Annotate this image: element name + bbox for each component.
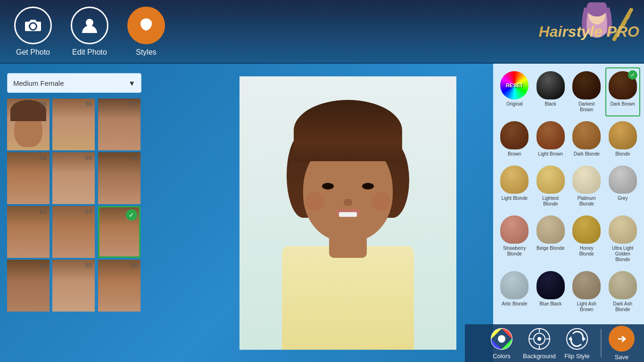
color-dark-ash-blonde-label: Dark Ash Blonde: [608, 301, 638, 313]
style-item-62[interactable]: 62: [52, 206, 95, 258]
svg-point-9: [498, 335, 505, 343]
header-nav: Get Photo Edit Photo Styles: [14, 7, 165, 57]
style-item-63[interactable]: ✓: [98, 206, 140, 258]
color-light-brown[interactable]: Light Brown: [533, 117, 569, 161]
svg-point-12: [537, 337, 541, 341]
header: Get Photo Edit Photo Styles Hairstyle PR…: [0, 0, 644, 64]
main-content: Medium Female ▼ 55 56: [0, 64, 644, 362]
color-blue-black-label: Blue Black: [539, 301, 561, 307]
color-original[interactable]: RESET Original: [497, 67, 532, 116]
nav-get-photo[interactable]: Get Photo: [14, 7, 52, 57]
color-beige-blonde[interactable]: Beige Blonde: [533, 212, 569, 266]
colors-button[interactable]: Colors: [485, 327, 518, 360]
brand-area: Hairstyle PRO: [493, 0, 644, 64]
color-light-blonde-label: Light Blonde: [501, 196, 528, 201]
color-brown[interactable]: Brown: [497, 117, 532, 161]
artic-blonde-swatch: [500, 271, 528, 299]
flip-style-label: Flip Style: [564, 353, 589, 360]
color-beige-blonde-label: Beige Blonde: [537, 246, 565, 251]
color-platinum-blonde-label: Platinum Blonde: [572, 196, 602, 207]
selected-check-icon: ✓: [126, 209, 137, 221]
style-grid: 55 56 57: [7, 99, 141, 312]
style-item-59[interactable]: 59: [52, 152, 95, 204]
styles-icon: [127, 7, 165, 44]
color-artic-blonde-label: Artic Blonde: [502, 301, 527, 307]
color-strawberry-blonde[interactable]: Strawberry Blonde: [497, 212, 532, 266]
photo-frame: [239, 76, 456, 350]
nav-styles[interactable]: Styles: [127, 7, 165, 57]
style-category-dropdown[interactable]: Medium Female ▼: [7, 73, 141, 93]
color-blonde[interactable]: Blonde: [605, 117, 641, 161]
svg-point-0: [86, 19, 93, 26]
color-blonde-label: Blonde: [615, 151, 630, 157]
save-button[interactable]: Save: [609, 326, 635, 361]
color-dark-ash-blonde[interactable]: Dark Ash Blonde: [605, 267, 641, 316]
color-ultra-light-golden-blonde-label: Ultra Light Golden Blonde: [608, 246, 638, 263]
color-ultra-light-golden-blonde[interactable]: Ultra Light Golden Blonde: [605, 212, 641, 266]
brand-text: Hairstyle PRO: [539, 23, 639, 41]
style-item-55[interactable]: 55: [7, 99, 50, 150]
save-label: Save: [615, 354, 629, 361]
svg-marker-19: [569, 336, 571, 342]
color-grey[interactable]: Grey: [605, 162, 641, 211]
color-artic-blonde[interactable]: Artic Blonde: [497, 267, 532, 316]
color-platinum-blonde[interactable]: Platinum Blonde: [569, 162, 604, 211]
style-item-60[interactable]: 60: [98, 152, 140, 204]
grey-swatch: [609, 165, 637, 194]
black-swatch: [537, 71, 565, 99]
save-arrow-icon: [609, 326, 635, 352]
color-light-ash-brown-label: Light Ash Brown: [572, 301, 602, 313]
strawberry-blonde-swatch: [500, 215, 528, 244]
background-icon: [528, 327, 551, 351]
style-item-64[interactable]: 64: [7, 260, 50, 312]
color-darkest-brown-label: Darkest Brown: [572, 101, 602, 113]
color-honey-blonde[interactable]: Honey Blonde: [569, 212, 604, 266]
color-black[interactable]: Black: [533, 67, 569, 116]
darkest-brown-swatch: [572, 71, 601, 99]
color-darkest-brown[interactable]: Darkest Brown: [569, 67, 604, 116]
styles-panel: Medium Female ▼ 55 56: [0, 64, 203, 362]
color-light-blonde[interactable]: Light Blonde: [497, 162, 532, 211]
color-grey-label: Grey: [618, 196, 628, 201]
background-label: Background: [523, 353, 555, 360]
color-dark-blonde[interactable]: Dark Blonde: [569, 117, 604, 161]
footer-toolbar: Colors Background Flip: [465, 324, 644, 362]
lightest-blonde-swatch: [537, 165, 565, 194]
camera-icon: [14, 7, 52, 44]
colors-label: Colors: [493, 353, 511, 360]
flip-style-button[interactable]: Flip Style: [561, 327, 594, 360]
colors-panel: RESET Original Black Darkest Brown Dark …: [493, 64, 644, 362]
dark-blonde-swatch: [572, 121, 601, 149]
light-brown-swatch: [537, 121, 565, 149]
style-item-57[interactable]: 57: [98, 99, 140, 150]
color-lightest-blonde[interactable]: Lightest Blonde: [533, 162, 569, 211]
edit-photo-label: Edit Photo: [72, 48, 107, 57]
platinum-blonde-swatch: [572, 165, 601, 194]
style-category-label: Medium Female: [13, 79, 64, 87]
color-grid: RESET Original Black Darkest Brown Dark …: [497, 67, 640, 316]
color-light-brown-label: Light Brown: [538, 151, 563, 157]
background-button[interactable]: Background: [523, 327, 556, 360]
style-item-56[interactable]: 56: [52, 99, 95, 150]
styles-label: Styles: [136, 48, 157, 57]
light-blonde-swatch: [500, 165, 528, 194]
color-strawberry-blonde-label: Strawberry Blonde: [500, 246, 529, 257]
color-dark-brown[interactable]: Dark Brown ✓: [605, 67, 641, 116]
honey-blonde-swatch: [572, 215, 601, 244]
nav-edit-photo[interactable]: Edit Photo: [71, 7, 108, 57]
color-light-ash-brown[interactable]: Light Ash Brown: [569, 267, 604, 316]
footer-divider: [601, 329, 602, 357]
dark-ash-blonde-swatch: [609, 271, 637, 299]
color-blue-black[interactable]: Blue Black: [533, 267, 569, 316]
style-item-61[interactable]: 61: [7, 206, 50, 258]
style-item-66[interactable]: 66: [98, 260, 140, 312]
style-item-65[interactable]: 65: [52, 260, 95, 312]
person-icon: [71, 7, 108, 44]
blonde-swatch: [609, 121, 637, 149]
color-brown-label: Brown: [508, 151, 521, 157]
selected-color-check-icon: ✓: [628, 70, 637, 80]
blue-black-swatch: [537, 271, 565, 299]
beige-blonde-swatch: [537, 215, 565, 244]
svg-marker-18: [583, 336, 586, 342]
style-item-58[interactable]: 58: [7, 152, 50, 204]
